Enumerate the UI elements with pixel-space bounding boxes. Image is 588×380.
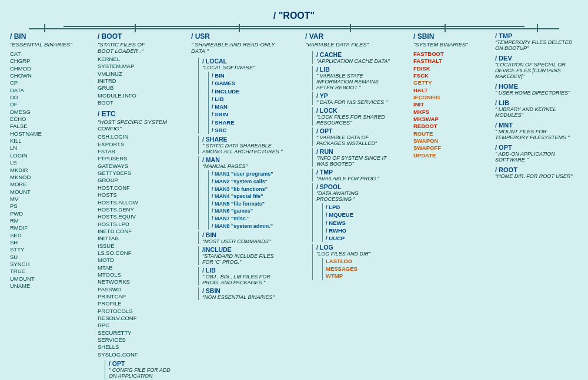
- usr-man: / MAN "MANUAL PAGES" / MAN1 "user progra…: [198, 156, 273, 230]
- var-spool-title: / SPOOL: [316, 183, 394, 190]
- right-dev-title: / DEV: [495, 55, 577, 62]
- usr-include: /INCLUDE "STANDARD INCLUDE FILES FOR 'C'…: [198, 246, 285, 265]
- usr-desc: " SHAREABLE AND READ-ONLY DATA ": [191, 41, 286, 54]
- var-spool: / SPOOL "DATA AWAITING PROCESSING " / LP…: [312, 183, 394, 242]
- var-lib-desc: " VARIABLE STATE INFORMATION REMAINS AFT…: [316, 73, 394, 90]
- right-lib-desc: " LIBRARY AND KERNEL MODULES": [495, 106, 577, 118]
- var-cache-title: / CACHE: [316, 51, 389, 58]
- bin-desc: "ESSENTIAL BINARIES": [10, 41, 72, 48]
- var-yp: / YP " DATA FOR NIS SERVICES ": [312, 92, 387, 105]
- etc-opt-desc: " CONFIG FILE FOR ADD ON APPLICATION SOF…: [109, 367, 172, 380]
- var-tmp-title: / TMP: [316, 169, 379, 176]
- etc-opt-section: / OPT " CONFIG FILE FOR ADD ON APPLICATI…: [105, 360, 172, 380]
- boot-section: / BOOT "STATIC FILES OFBOOT LOADER ." KE…: [98, 32, 145, 106]
- var-lock-title: / LOCK: [316, 107, 394, 114]
- sbin-title: / SBIN: [413, 32, 434, 41]
- usr-share: / SHARE " STATIC DATA SHAREABLE AMONG AL…: [198, 136, 285, 154]
- usr-bin-title: / BIN: [202, 231, 270, 238]
- var-lib-title: / LIB: [316, 66, 394, 73]
- var-log-title: / LOG: [316, 244, 370, 251]
- usr-share-title: / SHARE: [202, 136, 285, 143]
- right-dev: / DEV "LOCATION OF SPECIAL OR DEVICE FIL…: [495, 55, 577, 79]
- usr-bin: / BIN "MOST USER COMMANDS": [198, 231, 270, 244]
- usr-lib: / LIB " OBJ , BIN , LIB FILES FOR PROG. …: [198, 267, 285, 285]
- col-var: / VAR "VARIABLE DATA FILES" / CACHE "APP…: [304, 32, 395, 280]
- etc-section: / ETC "HOST SPECIFIC SYSTEM CONFIG" CSH.…: [98, 110, 172, 358]
- etc-title: / ETC: [98, 110, 172, 118]
- bin-title: / BIN: [10, 32, 26, 41]
- var-log-files: LASTLOG MESSAGES WTMP: [322, 258, 370, 280]
- right-mnt-title: / MNT: [495, 122, 577, 129]
- var-log-desc: "LOG FILES AND DIR": [316, 251, 370, 257]
- right-tmp-title: / TMP: [495, 32, 577, 39]
- sbin-files: FASTBOOT FASTHALT FDISK FSCK GETTY HALT …: [413, 51, 444, 159]
- var-cache-desc: "APPLICATION CACHE DATA": [316, 58, 389, 64]
- right-root: / ROOT "HOME DIR. FOR ROOT USER": [495, 166, 572, 179]
- var-tmp: / TMP "AVAILABLE FOR PROG.": [312, 169, 379, 181]
- etc-files: CSH.LOGINEXPORTS FSTABFTPUSERS GATEWAYSG…: [98, 133, 172, 358]
- usr-title: / USR: [191, 32, 210, 41]
- usr-local-subdirs: / BIN / GAMES / INCLUDE / LIB / MAN / SB…: [208, 72, 255, 134]
- boot-title: / BOOT: [98, 32, 145, 41]
- usr-lib-desc: " OBJ , BIN , LIB FILES FOR PROG. AND PA…: [202, 274, 285, 285]
- boot-desc: "STATIC FILES OFBOOT LOADER .": [98, 41, 145, 54]
- right-root-desc: "HOME DIR. FOR ROOT USER": [495, 173, 572, 179]
- var-lock: / LOCK "LOCK FILES FOR SHARED RESOURCES": [312, 107, 394, 126]
- var-run-desc: "INFO OF SYSTEM SINCE IT WAS BOOTED": [316, 155, 394, 167]
- var-run: / RUN "INFO OF SYSTEM SINCE IT WAS BOOTE…: [312, 148, 394, 167]
- col-usr: / USR " SHAREABLE AND READ-ONLY DATA " /…: [190, 32, 287, 300]
- sbin-desc: "SYSTEM BINARIES": [413, 41, 468, 48]
- usr-man-title: / MAN: [202, 156, 273, 163]
- usr-man-desc: "MANUAL PAGES": [202, 163, 273, 169]
- right-home-desc: " USER HOME DIRECTORIES": [495, 90, 570, 96]
- usr-sbin: / SBIN "NON ESSENTIAL BINARIES": [198, 287, 275, 300]
- right-opt: / OPT " ADD-ON APPLICATION SOFTWARE ": [495, 144, 577, 163]
- bin-files: CATCHGRPCHMOD CHOWNCPDATA DDDFDMESG ECHO…: [10, 51, 42, 290]
- var-opt: / OPT " VARIABLE DATA OF PACKAGES INSTAL…: [312, 127, 394, 146]
- right-root-title: / ROOT: [495, 166, 572, 173]
- right-home-title: / HOME: [495, 83, 570, 90]
- root-title: / "ROOT": [273, 6, 315, 23]
- usr-local: / LOCAL "LOCAL SOFTWARE" / BIN / GAMES /…: [198, 58, 255, 134]
- right-home: / HOME " USER HOME DIRECTORIES": [495, 83, 570, 96]
- usr-local-title: / LOCAL: [202, 58, 255, 65]
- root-header: / "ROOT": [6, 6, 582, 23]
- col-right: / TMP "TEMPERORY FILES DELETED ON BOOTUP…: [494, 32, 579, 183]
- usr-share-desc: " STATIC DATA SHAREABLE AMONG ALL ARCHIT…: [202, 143, 285, 154]
- main-content: / BIN "ESSENTIAL BINARIES" CATCHGRPCHMOD…: [6, 32, 582, 380]
- boot-files: KERNELSYSTEM.MAP VMLINUZINITRD GRUBMODUL…: [98, 56, 145, 106]
- right-dev-desc: "LOCATION OF SPECIAL OR DEVICE FILES [CO…: [495, 62, 577, 79]
- var-yp-title: / YP: [316, 92, 387, 99]
- right-mnt-desc: " MOUNT FILES FOR TEMPERORY FILESYSTEMS …: [495, 129, 577, 140]
- page: / "ROOT" / BIN "ESSENTIAL BINARIES" CATC…: [0, 0, 588, 380]
- right-lib: / LIB " LIBRARY AND KERNEL MODULES": [495, 99, 577, 118]
- right-opt-title: / OPT: [495, 144, 577, 151]
- col-sbin: / SBIN "SYSTEM BINARIES" FASTBOOT FASTHA…: [412, 32, 477, 159]
- var-log: / LOG "LOG FILES AND DIR" LASTLOG MESSAG…: [312, 244, 370, 280]
- var-desc: "VARIABLE DATA FILES": [305, 41, 369, 48]
- var-title: / VAR: [305, 32, 323, 41]
- usr-man-subdirs: / MAN1 "user programs" / MAN2 "system ca…: [208, 170, 273, 230]
- var-lib: / LIB " VARIABLE STATE INFORMATION REMAI…: [312, 66, 394, 90]
- var-opt-title: / OPT: [316, 127, 394, 134]
- usr-include-desc: "STANDARD INCLUDE FILES FOR 'C' PROG.": [202, 253, 285, 265]
- usr-sbin-title: / SBIN: [202, 287, 275, 294]
- var-tmp-desc: "AVAILABLE FOR PROG.": [316, 176, 379, 181]
- right-tmp-desc: "TEMPERORY FILES DELETED ON BOOTUP": [495, 39, 577, 51]
- col-etc: / BOOT "STATIC FILES OFBOOT LOADER ." KE…: [96, 32, 173, 380]
- var-cache: / CACHE "APPLICATION CACHE DATA": [312, 51, 389, 64]
- right-opt-desc: " ADD-ON APPLICATION SOFTWARE ": [495, 151, 577, 163]
- etc-desc: "HOST SPECIFIC SYSTEM CONFIG": [98, 119, 172, 132]
- usr-include-title: /INCLUDE: [202, 246, 285, 253]
- etc-opt-title: / OPT: [109, 360, 172, 367]
- var-spool-desc: "DATA AWAITING PROCESSING ": [316, 190, 394, 202]
- var-yp-desc: " DATA FOR NIS SERVICES ": [316, 99, 387, 105]
- var-spool-subdirs: / LPD / MQUEUE / NEWS / RWHO / UUCP: [322, 203, 394, 242]
- usr-sbin-desc: "NON ESSENTIAL BINARIES": [202, 294, 275, 300]
- var-lock-desc: "LOCK FILES FOR SHARED RESOURCES": [316, 114, 394, 126]
- right-mnt: / MNT " MOUNT FILES FOR TEMPERORY FILESY…: [495, 122, 577, 140]
- col-bin: / BIN "ESSENTIAL BINARIES" CATCHGRPCHMOD…: [9, 32, 79, 290]
- var-opt-desc: " VARIABLE DATA OF PACKAGES INSTALLED": [316, 134, 394, 146]
- right-lib-title: / LIB: [495, 99, 577, 106]
- usr-local-desc: "LOCAL SOFTWARE": [202, 65, 255, 70]
